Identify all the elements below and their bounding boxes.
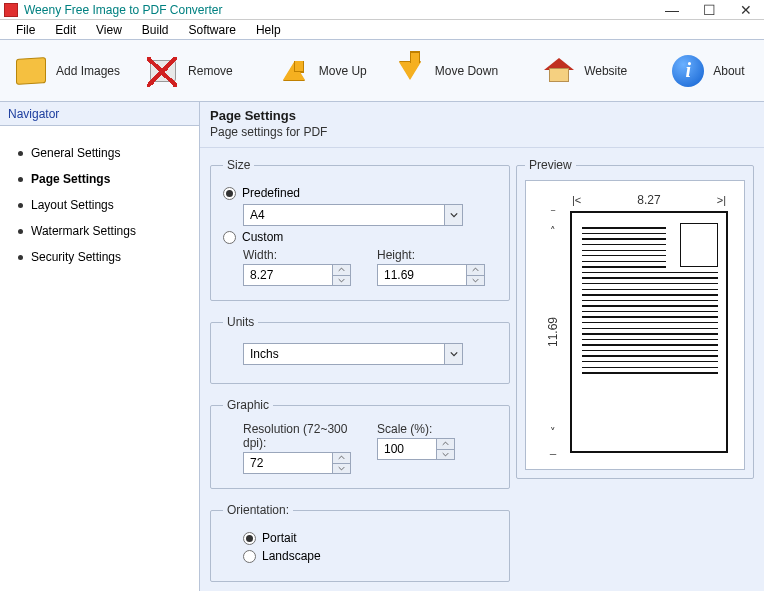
bullet-icon <box>18 203 23 208</box>
add-images-label: Add Images <box>56 64 120 78</box>
landscape-radio[interactable] <box>243 550 256 563</box>
width-label: Width: <box>243 248 363 262</box>
move-down-button[interactable]: Move Down <box>385 50 506 92</box>
remove-icon <box>146 54 180 88</box>
window-controls: — ☐ ✕ <box>665 2 752 18</box>
size-group: Size Predefined A4 Custom <box>210 158 510 301</box>
main-area: Navigator General Settings Page Settings… <box>0 102 764 591</box>
resolution-spinner[interactable]: 72 <box>243 452 351 474</box>
spin-up-icon[interactable] <box>333 265 350 275</box>
menu-view[interactable]: View <box>88 23 130 37</box>
nav-page-settings[interactable]: Page Settings <box>18 166 189 192</box>
minimize-button[interactable]: — <box>665 2 679 18</box>
landscape-label: Landscape <box>262 549 321 563</box>
about-label: About <box>713 64 744 78</box>
add-images-button[interactable]: Add Images <box>6 50 128 92</box>
menu-file[interactable]: File <box>8 23 43 37</box>
nav-security-settings[interactable]: Security Settings <box>18 244 189 270</box>
cap-left-icon: |< <box>572 194 581 206</box>
navigator-title: Navigator <box>0 102 199 126</box>
nav-label: Watermark Settings <box>31 224 136 238</box>
scale-value: 100 <box>378 442 436 456</box>
preview-page <box>570 211 728 453</box>
nav-general-settings[interactable]: General Settings <box>18 140 189 166</box>
size-legend: Size <box>223 158 254 172</box>
bullet-icon <box>18 229 23 234</box>
arrow-up-icon <box>277 54 311 88</box>
spin-down-icon[interactable] <box>333 275 350 286</box>
predefined-label: Predefined <box>242 186 300 200</box>
bullet-icon <box>18 177 23 182</box>
width-spinner[interactable]: 8.27 <box>243 264 351 286</box>
cap-right-icon: >| <box>717 194 726 206</box>
nav-label: General Settings <box>31 146 120 160</box>
width-value: 8.27 <box>244 268 332 282</box>
portrait-radio[interactable] <box>243 532 256 545</box>
titlebar: Weeny Free Image to PDF Converter — ☐ ✕ <box>0 0 764 20</box>
menu-edit[interactable]: Edit <box>47 23 84 37</box>
house-icon <box>542 54 576 88</box>
predefined-radio[interactable] <box>223 187 236 200</box>
custom-radio[interactable] <box>223 231 236 244</box>
cap-top-icon: ‾ <box>551 209 555 221</box>
move-down-label: Move Down <box>435 64 498 78</box>
spin-up-icon[interactable] <box>333 453 350 463</box>
nav-watermark-settings[interactable]: Watermark Settings <box>18 218 189 244</box>
preview-group: Preview |< 8.27 >| ‾ ˄ 11.69 <box>516 158 754 479</box>
height-value: 11.69 <box>378 268 466 282</box>
remove-label: Remove <box>188 64 233 78</box>
website-button[interactable]: Website <box>534 50 635 92</box>
maximize-button[interactable]: ☐ <box>703 2 716 18</box>
page-header: Page Settings Page settings for PDF <box>200 102 764 148</box>
chevron-down-icon[interactable] <box>444 205 462 225</box>
cap-up-icon: ˄ <box>550 225 556 238</box>
spin-down-icon[interactable] <box>333 463 350 474</box>
app-icon <box>4 3 18 17</box>
close-button[interactable]: ✕ <box>740 2 752 18</box>
add-images-icon <box>14 54 48 88</box>
preview-image-placeholder <box>680 223 718 267</box>
menubar: File Edit View Build Software Help <box>0 20 764 40</box>
graphic-group: Graphic Resolution (72~300 dpi): 72 Scal… <box>210 398 510 489</box>
navigator-panel: Navigator General Settings Page Settings… <box>0 102 200 591</box>
website-label: Website <box>584 64 627 78</box>
nav-label: Security Settings <box>31 250 121 264</box>
resolution-label: Resolution (72~300 dpi): <box>243 422 363 450</box>
menu-build[interactable]: Build <box>134 23 177 37</box>
nav-layout-settings[interactable]: Layout Settings <box>18 192 189 218</box>
chevron-down-icon[interactable] <box>444 344 462 364</box>
height-label: Height: <box>377 248 497 262</box>
preview-height-ruler: ‾ ˄ 11.69 ˅ _ <box>540 207 566 457</box>
landscape-radio-row[interactable]: Landscape <box>243 549 497 563</box>
units-value: Inchs <box>244 347 444 361</box>
menu-software[interactable]: Software <box>181 23 244 37</box>
portrait-label: Portait <box>262 531 297 545</box>
predefined-value: A4 <box>244 208 444 222</box>
spin-up-icon[interactable] <box>467 265 484 275</box>
remove-button[interactable]: Remove <box>138 50 241 92</box>
page-title: Page Settings <box>210 108 754 123</box>
scale-spinner[interactable]: 100 <box>377 438 455 460</box>
menu-help[interactable]: Help <box>248 23 289 37</box>
spin-up-icon[interactable] <box>437 439 454 449</box>
move-up-button[interactable]: Move Up <box>269 50 375 92</box>
bullet-icon <box>18 255 23 260</box>
predefined-combo[interactable]: A4 <box>243 204 463 226</box>
preview-legend: Preview <box>525 158 576 172</box>
nav-label: Layout Settings <box>31 198 114 212</box>
predefined-radio-row[interactable]: Predefined <box>223 186 497 200</box>
about-button[interactable]: i About <box>663 50 752 92</box>
portrait-radio-row[interactable]: Portait <box>243 531 497 545</box>
cap-down-icon: ˅ <box>550 426 556 439</box>
units-combo[interactable]: Inchs <box>243 343 463 365</box>
bullet-icon <box>18 151 23 156</box>
info-icon: i <box>671 54 705 88</box>
scale-label: Scale (%): <box>377 422 497 436</box>
spin-down-icon[interactable] <box>437 449 454 460</box>
app-title: Weeny Free Image to PDF Converter <box>24 3 665 17</box>
spin-down-icon[interactable] <box>467 275 484 286</box>
custom-radio-row[interactable]: Custom <box>223 230 497 244</box>
orientation-legend: Orientation: <box>223 503 293 517</box>
preview-width: 8.27 <box>585 193 712 207</box>
height-spinner[interactable]: 11.69 <box>377 264 485 286</box>
